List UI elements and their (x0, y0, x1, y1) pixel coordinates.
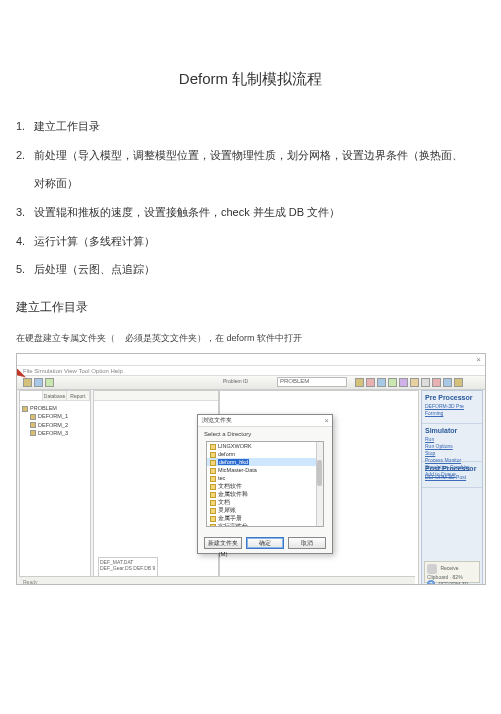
folder-icon (210, 452, 216, 458)
tree-item[interactable]: DEFORM_3 (30, 429, 88, 437)
tab-database[interactable]: Database (43, 391, 66, 400)
postprocessor-title: Post Processor (425, 465, 479, 472)
pre-link[interactable]: Forming (425, 410, 479, 417)
folder-icon (210, 524, 216, 527)
page-title: Deform 轧制模拟流程 (16, 70, 485, 89)
step-5: 5.后处理（云图、点追踪） (16, 260, 485, 279)
step-2b: 对称面） (34, 174, 485, 193)
folder-icon (210, 460, 216, 466)
folder-list-item[interactable]: tec (207, 474, 323, 482)
folder-list-item[interactable]: 实行完性分 (207, 522, 323, 527)
close-icon[interactable]: × (476, 355, 481, 364)
step-1-text: 建立工作目录 (34, 120, 100, 132)
sim-link[interactable]: Stop (425, 450, 479, 457)
folder-list-item[interactable]: 金属手册 (207, 514, 323, 522)
toolbar-icon[interactable] (432, 378, 441, 387)
menubar[interactable]: File Simulation View Tool Option Help (17, 366, 485, 376)
tree-item[interactable]: DEFORM_1 (30, 412, 88, 420)
folder-icon (22, 406, 28, 412)
folder-icon (30, 422, 36, 428)
folder-icon (210, 500, 216, 506)
dialog-title: 浏览文件夹 × (198, 415, 332, 427)
folder-list-item[interactable]: 金属软件释 (207, 490, 323, 498)
simulator-title: Simulator (425, 427, 479, 434)
screenshot: × File Simulation View Tool Option Help … (16, 353, 486, 585)
toolbar-icon[interactable] (454, 378, 463, 387)
folder-icon (210, 444, 216, 450)
folder-icon (30, 430, 36, 436)
folder-icon (210, 468, 216, 474)
folder-icon (210, 492, 216, 498)
post-link[interactable]: DEFORM-3D Post (425, 474, 479, 481)
step-3: 3.设置辊和推板的速度，设置接触条件，check 并生成 DB 文件） (16, 203, 485, 222)
toolbar-icon[interactable] (399, 378, 408, 387)
sim-link[interactable]: Run (425, 436, 479, 443)
tree-pane: Database Report PROBLEM DEFORM_1 DEFORM_… (19, 390, 91, 585)
pre-link[interactable]: DEFORM-3D Pre (425, 403, 479, 410)
ok-button[interactable]: 确定 (246, 537, 284, 549)
sim-link[interactable]: Run Options (425, 443, 479, 450)
scrollbar[interactable] (316, 442, 323, 526)
folder-list-item[interactable]: LINGXWORK (207, 442, 323, 450)
list-toolbar (94, 391, 218, 401)
folder-icon (210, 516, 216, 522)
scroll-thumb[interactable] (317, 460, 322, 486)
folder-icon (210, 476, 216, 482)
toolbar-icon[interactable] (377, 378, 386, 387)
folder-list-item[interactable]: 文档 (207, 498, 323, 506)
tree-item[interactable]: DEFORM_2 (30, 421, 88, 429)
clipboard-status: Receive Clipboard · 82% ? DEFORM-3D V11.… (424, 561, 480, 583)
toolbar-icon[interactable] (355, 378, 364, 387)
folder-browse-dialog: 浏览文件夹 × Select a Directory LINGXWORKdefo… (197, 414, 333, 554)
avatar-icon (427, 564, 437, 574)
problem-id-label: Problem ID (223, 378, 248, 384)
folder-list-item[interactable]: deform_hkd (207, 458, 323, 466)
toolbar-icon[interactable] (45, 378, 54, 387)
toolbar-icon[interactable] (388, 378, 397, 387)
toolbar: Problem ID PROBLEM (17, 376, 485, 390)
step-2: 2.前处理（导入模型，调整模型位置，设置物理性质，划分网格，设置边界条件（换热面… (16, 146, 485, 165)
help-icon[interactable]: ? (427, 580, 435, 585)
step-5-text: 后处理（云图、点追踪） (34, 263, 155, 275)
paragraph-1: 在硬盘建立专属文件夹（ 必须是英文文件夹），在 deform 软件中打开 (16, 332, 485, 345)
folder-list-item[interactable]: deform (207, 450, 323, 458)
toolbar-icon[interactable] (34, 378, 43, 387)
close-icon[interactable]: × (324, 416, 329, 425)
folder-icon (210, 484, 216, 490)
folder-icon (210, 508, 216, 514)
step-4-text: 运行计算（多线程计算） (34, 235, 155, 247)
right-panel: Pre Processor DEFORM-3D Pre Forming Simu… (421, 390, 483, 585)
toolbar-icon[interactable] (410, 378, 419, 387)
section-heading: 建立工作目录 (16, 299, 485, 316)
step-1: 1.建立工作目录 (16, 117, 485, 136)
folder-list-item[interactable]: 文档软件 (207, 482, 323, 490)
toolbar-icon[interactable] (443, 378, 452, 387)
cancel-button[interactable]: 取消 (288, 537, 326, 549)
dialog-label: Select a Directory (198, 427, 332, 439)
tab-report[interactable]: Report (67, 391, 90, 400)
new-folder-button[interactable]: 新建文件夹(M) (204, 537, 242, 549)
preprocessor-title: Pre Processor (425, 394, 479, 401)
step-3-text: 设置辊和推板的速度，设置接触条件，check 并生成 DB 文件） (34, 206, 340, 218)
status-bar: Ready (19, 576, 415, 585)
tab-explorer[interactable] (20, 391, 43, 400)
folder-icon (30, 414, 36, 420)
folder-list-item[interactable]: 灵犀账 (207, 506, 323, 514)
folder-list-item[interactable]: MicMaster-Data (207, 466, 323, 474)
problem-id-field[interactable]: PROBLEM (277, 377, 347, 387)
tree-root[interactable]: PROBLEM (22, 404, 88, 412)
toolbar-icon[interactable] (421, 378, 430, 387)
window-titlebar: × (17, 354, 485, 366)
toolbar-icon[interactable] (366, 378, 375, 387)
step-4: 4.运行计算（多线程计算） (16, 232, 485, 251)
step-2-text: 前处理（导入模型，调整模型位置，设置物理性质，划分网格，设置边界条件（换热面、 (34, 149, 463, 161)
folder-list[interactable]: LINGXWORKdeformdeform_hkdMicMaster-Datat… (206, 441, 324, 527)
